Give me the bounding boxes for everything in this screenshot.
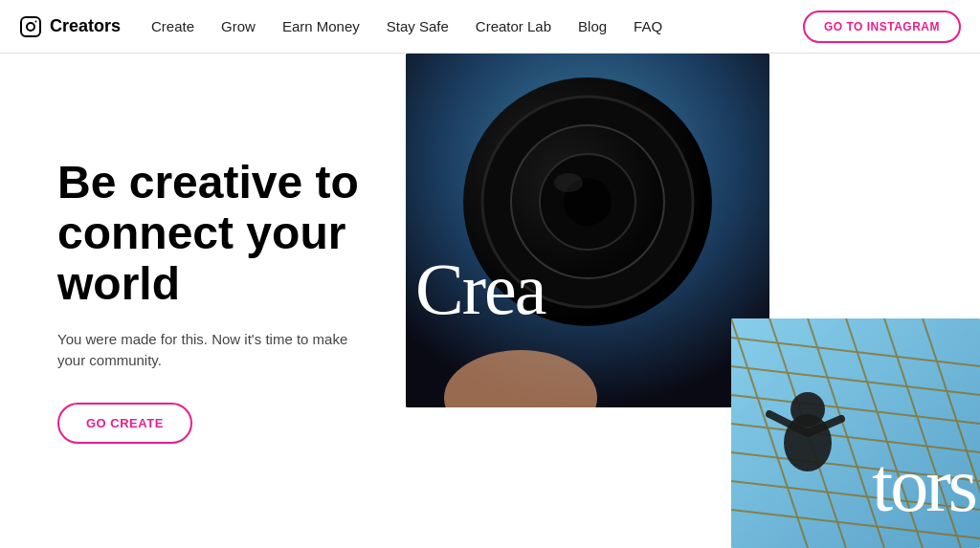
nav-link-earn-money[interactable]: Earn Money bbox=[282, 18, 360, 34]
hero-images: Crea bbox=[406, 54, 980, 548]
go-to-instagram-button[interactable]: GO TO INSTAGRAM bbox=[803, 11, 961, 43]
brand-logo[interactable]: Creators bbox=[19, 15, 121, 38]
nav-links: Create Grow Earn Money Stay Safe Creator… bbox=[151, 18, 803, 34]
hero-section: Be creative to connect your world You we… bbox=[0, 54, 980, 548]
brand-name: Creators bbox=[50, 16, 121, 36]
hero-main-image: Crea bbox=[406, 54, 769, 407]
go-create-button[interactable]: GO CREATE bbox=[57, 403, 192, 444]
svg-point-2 bbox=[35, 20, 37, 22]
svg-point-1 bbox=[27, 23, 34, 31]
hero-title: Be creative to connect your world bbox=[57, 158, 364, 309]
nav-link-grow[interactable]: Grow bbox=[221, 18, 256, 34]
hero-second-image: tors bbox=[731, 318, 980, 548]
svg-rect-0 bbox=[21, 17, 40, 36]
camera-image-svg bbox=[406, 54, 769, 407]
creators-text-tors: tors bbox=[872, 442, 975, 529]
navbar: Creators Create Grow Earn Money Stay Saf… bbox=[0, 0, 980, 54]
instagram-icon bbox=[19, 15, 42, 38]
nav-link-create[interactable]: Create bbox=[151, 18, 194, 34]
creators-text-crea: Crea bbox=[415, 248, 545, 331]
nav-link-stay-safe[interactable]: Stay Safe bbox=[387, 18, 449, 34]
nav-cta: GO TO INSTAGRAM bbox=[803, 11, 961, 43]
svg-point-10 bbox=[554, 173, 583, 192]
nav-link-creator-lab[interactable]: Creator Lab bbox=[476, 18, 551, 34]
nav-link-blog[interactable]: Blog bbox=[578, 18, 607, 34]
hero-subtitle: You were made for this. Now it's time to… bbox=[57, 329, 364, 372]
nav-link-faq[interactable]: FAQ bbox=[634, 18, 662, 34]
hero-text-block: Be creative to connect your world You we… bbox=[57, 158, 364, 443]
svg-point-26 bbox=[791, 392, 825, 427]
